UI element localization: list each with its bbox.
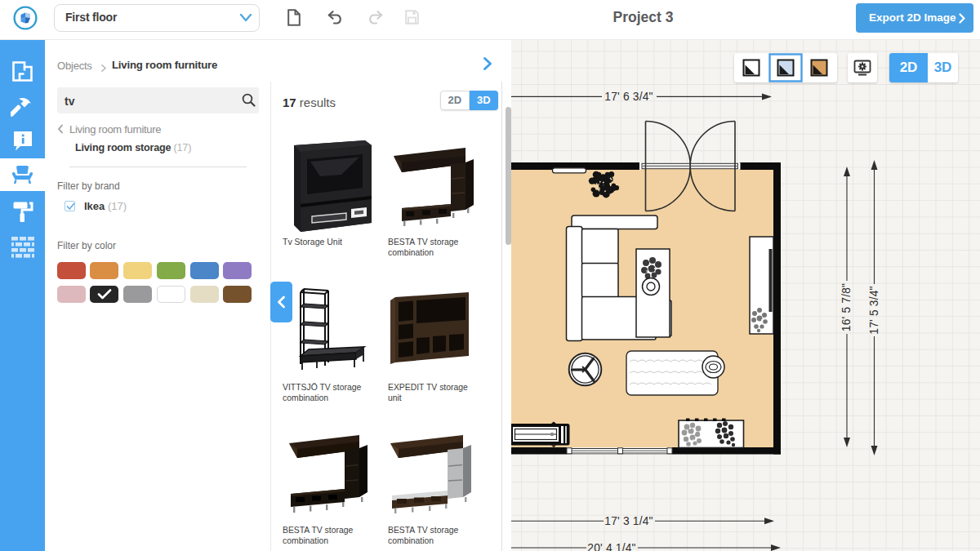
svg-text:20' 4 1/4": 20' 4 1/4" — [587, 542, 635, 551]
svg-text:17' 3 1/4": 17' 3 1/4" — [604, 515, 653, 527]
svg-text:16' 5 7/8": 16' 5 7/8" — [840, 283, 853, 331]
svg-text:17' 6 3/4": 17' 6 3/4" — [604, 91, 653, 103]
svg-text:17' 5 3/4": 17' 5 3/4" — [868, 286, 880, 334]
